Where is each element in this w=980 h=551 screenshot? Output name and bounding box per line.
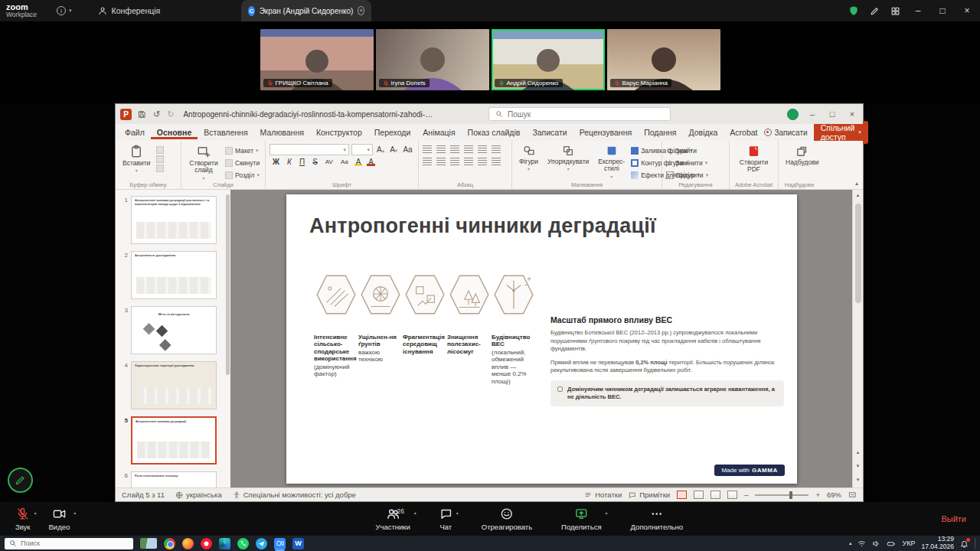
- tab-draw[interactable]: Малювання: [254, 126, 310, 139]
- zoom-app-icon[interactable]: [274, 538, 286, 549]
- language-switcher[interactable]: УКР: [902, 540, 915, 547]
- reactions-button[interactable]: Отреагировать: [474, 507, 540, 531]
- columns-icon[interactable]: [478, 158, 487, 166]
- video-tile-active-speaker[interactable]: Андрій Сидоренко: [492, 29, 605, 90]
- conference-menu[interactable]: Конференція: [98, 6, 161, 15]
- thumbnail-row[interactable]: 4 Характеристика території дослідження: [120, 361, 230, 409]
- shared-screen-tab[interactable]: C Экран (Андрій Сидоренко) +: [241, 0, 371, 21]
- bullets-icon[interactable]: [423, 145, 432, 154]
- word-icon[interactable]: W: [292, 538, 304, 549]
- align-right-icon[interactable]: [450, 158, 459, 166]
- indent-decrease-icon[interactable]: [450, 145, 459, 154]
- clear-format-button[interactable]: Aa: [401, 145, 413, 154]
- telegram-icon[interactable]: [256, 538, 267, 549]
- thumbnail-row[interactable]: 2 Актуальність дослідження: [120, 251, 230, 299]
- accessibility-status[interactable]: Спеціальні можливості: усі добре: [233, 491, 356, 499]
- canvas-scrollbar[interactable]: ▴ ▴ ▾ ▾: [852, 190, 863, 487]
- meeting-info-button[interactable]: i ▾: [57, 6, 72, 15]
- current-slide[interactable]: Антропогенні чинники деградації: [286, 194, 797, 484]
- caret-up-icon[interactable]: ▴: [34, 510, 36, 515]
- thumbnail-row[interactable]: 1 Антропогенні чинники деградації рослин…: [120, 196, 230, 244]
- arrange-button[interactable]: Упорядкувати▾: [544, 144, 592, 173]
- fit-slide-icon[interactable]: [848, 491, 857, 499]
- thumbnail-row[interactable]: 3 Мета та методологія: [120, 306, 230, 354]
- scrollbar-thumb[interactable]: [855, 204, 861, 303]
- next-slide-icon[interactable]: ▾: [857, 461, 860, 471]
- zoom-out-button[interactable]: –: [744, 491, 748, 499]
- tab-home[interactable]: Основне: [151, 126, 198, 139]
- tab-help[interactable]: Довідка: [683, 126, 724, 139]
- volume-icon[interactable]: [872, 540, 880, 548]
- video-tile[interactable]: ГРИЩКО Світлана: [260, 29, 374, 90]
- save-icon[interactable]: [138, 110, 146, 119]
- change-case-button[interactable]: Aa: [339, 158, 350, 165]
- edge-icon[interactable]: [219, 538, 230, 549]
- account-avatar[interactable]: [787, 109, 799, 120]
- show-desktop-button[interactable]: [975, 538, 975, 549]
- zoom-slider-thumb[interactable]: [789, 491, 792, 499]
- indent-increase-icon[interactable]: [464, 145, 473, 154]
- reading-view-button[interactable]: [710, 491, 720, 499]
- bold-button[interactable]: Ж: [271, 158, 281, 166]
- tab-animations[interactable]: Анімація: [416, 126, 461, 139]
- participants-button[interactable]: 26 ▴ Участники: [368, 507, 417, 531]
- record-button[interactable]: Записати: [764, 129, 808, 137]
- highlight-color-button[interactable]: А: [354, 158, 363, 166]
- tab-insert[interactable]: Вставлення: [198, 126, 253, 139]
- collapse-ribbon-icon[interactable]: ▴: [855, 180, 858, 187]
- align-left-icon[interactable]: [423, 158, 432, 166]
- chat-button[interactable]: ▴ Чат: [432, 507, 460, 531]
- tab-record[interactable]: Записати: [526, 126, 573, 139]
- window-minimize-button[interactable]: –: [911, 5, 925, 16]
- font-name-combo[interactable]: ▾: [270, 144, 349, 155]
- format-painter-icon[interactable]: [156, 165, 164, 172]
- undo-icon[interactable]: ↺: [153, 109, 160, 119]
- zoom-slider[interactable]: [755, 494, 808, 496]
- tray-expand-icon[interactable]: ▴: [849, 540, 852, 546]
- window-close-button[interactable]: ×: [960, 5, 974, 16]
- find-button[interactable]: Знайти: [666, 145, 708, 156]
- share-screen-button[interactable]: ▴ Поделиться: [554, 507, 609, 531]
- video-tile[interactable]: Iryna Donets: [376, 29, 489, 90]
- ppt-close-button[interactable]: ×: [846, 109, 858, 119]
- shrink-font-button[interactable]: A▾: [388, 145, 399, 154]
- more-button[interactable]: Дополнительно: [623, 507, 691, 531]
- zoom-percentage[interactable]: 69%: [827, 491, 841, 499]
- gallery-view-icon[interactable]: [890, 6, 900, 16]
- section-button[interactable]: Розділ▾: [225, 170, 260, 181]
- taskbar-search-input[interactable]: [21, 540, 113, 547]
- tab-design[interactable]: Конструктор: [310, 126, 368, 139]
- notifications-bell-icon[interactable]: [960, 540, 969, 548]
- text-direction-icon[interactable]: [492, 145, 501, 154]
- slide-sorter-view-button[interactable]: [694, 491, 704, 499]
- select-button[interactable]: Виділити▾: [666, 170, 708, 181]
- taskbar-search-box[interactable]: [5, 538, 133, 549]
- video-tile[interactable]: Варус Маріанна: [607, 29, 720, 90]
- cut-icon[interactable]: [156, 146, 164, 154]
- zoom-in-button[interactable]: +: [815, 491, 820, 499]
- thumbnail-row-selected[interactable]: 5 Антропогенні чинники деградації: [120, 416, 230, 465]
- strikethrough-button[interactable]: S: [311, 158, 319, 166]
- italic-button[interactable]: К: [286, 158, 293, 166]
- replace-button[interactable]: Замінити▾: [666, 158, 708, 168]
- wifi-icon[interactable]: [858, 540, 866, 548]
- grow-font-button[interactable]: A▴: [375, 145, 386, 154]
- slide-1-thumbnail[interactable]: Антропогенні чинники деградації рослинно…: [131, 196, 217, 244]
- annotate-pencil-icon[interactable]: [870, 6, 880, 16]
- firefox-icon[interactable]: [182, 538, 194, 549]
- tab-view[interactable]: Подання: [638, 126, 682, 139]
- caret-up-icon[interactable]: ▴: [606, 510, 608, 515]
- tab-transitions[interactable]: Переходи: [368, 126, 417, 139]
- encryption-shield-icon[interactable]: [848, 5, 859, 16]
- reset-button[interactable]: Скинути: [225, 158, 260, 168]
- caret-up-icon[interactable]: ▴: [74, 510, 76, 515]
- font-color-button[interactable]: А: [367, 158, 375, 166]
- paste-button[interactable]: Вставити ▾: [119, 144, 153, 174]
- create-pdf-button[interactable]: Створити PDF: [733, 144, 774, 174]
- copy-icon[interactable]: [156, 155, 164, 163]
- new-slide-button[interactable]: Створити слайд ▾: [185, 144, 222, 181]
- underline-button[interactable]: П: [298, 158, 306, 166]
- gamma-badge[interactable]: Made with GAMMA: [714, 465, 785, 476]
- line-spacing-icon[interactable]: [478, 145, 487, 154]
- previous-slide-icon[interactable]: ▴: [857, 447, 860, 458]
